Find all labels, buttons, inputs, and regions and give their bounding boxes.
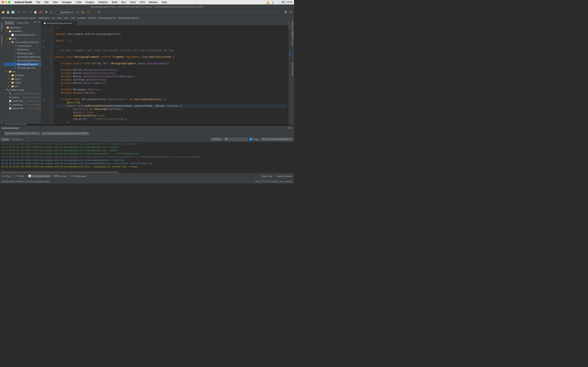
menu-view[interactable]: View [52,1,59,4]
menu-file[interactable]: File [35,1,41,4]
breadcrumb-java[interactable]: java [64,17,68,19]
sidebar-tab-project-files[interactable]: Project Files [15,20,31,25]
show-only-selected-app-button[interactable]: Show only selected application ▾ [260,137,293,141]
run-panel-button[interactable]: ▶ 4: Run [1,174,12,178]
coverage-button[interactable]: 🛡 [86,10,90,15]
regex-checkbox-input[interactable] [250,138,252,141]
sidebar-tab-android[interactable]: Android [4,20,15,25]
run-config-dropdown[interactable]: 📱 Application ▾ [56,10,74,15]
menu-window[interactable]: Window [148,1,158,4]
breadcrumb-main[interactable]: main [57,17,62,19]
tree-gradle-scripts[interactable]: ▾ 🔧 Gradle Scripts [4,88,41,92]
tree-values[interactable]: ▸ 📁 values [4,81,41,84]
breadcrumb-current[interactable]: MessagingFragment [118,17,139,19]
settings-button[interactable]: ⚙ [289,10,293,15]
toolbar-open[interactable]: 📁 [1,10,5,15]
menu-edit[interactable]: Edit [43,1,49,4]
android-monitor-panel-button[interactable]: 📊 6: Android Monitor [27,174,51,178]
vertical-scrollbar[interactable] [289,25,290,125]
tree-messagingservice[interactable]: ▸ C MessagingService [4,66,41,70]
tree-application[interactable]: ▾ 📁 Application [4,26,41,29]
breakpoint-icon[interactable]: ● [42,104,45,108]
logcat-tab[interactable]: logcat [1,138,10,141]
tree-conversations[interactable]: ▸ C Conversations [4,44,41,48]
breadcrumb-module[interactable]: Application [38,17,49,19]
menu-tools[interactable]: Tools [129,1,136,4]
structure-panel-tab[interactable]: 2: Favorites [0,33,3,47]
tree-build-gradle-module[interactable]: ▸ 🔧 build.gradle (Module: Application) [4,95,41,99]
fold-icon[interactable]: ⊕ [42,39,45,42]
build-variants-tab[interactable]: Build Variants [291,38,294,41]
process-dropdown[interactable]: com.example.android.messagingservice (27… [41,132,89,135]
tree-res[interactable]: ▾ 📂 res [4,70,41,73]
gradle-sync-button[interactable]: ⚙ [97,10,102,15]
close-button[interactable] [2,1,4,3]
terminal-panel-button[interactable]: ⌨ Terminal [53,174,68,178]
app-name[interactable]: Android Studio [14,1,33,4]
tree-package[interactable]: ▾ 📦 com.example.android.messagingservice [4,40,41,44]
breadcrumb-root[interactable]: android-MessagingService-master [2,17,36,19]
captures-tab[interactable]: Captures [291,29,294,33]
menu-code[interactable]: Code [75,1,82,4]
project-panel-tab[interactable]: 1: Project [0,21,3,33]
sidebar-collapse-icon[interactable]: ≡ [38,21,39,25]
breadcrumb-messagingservice[interactable]: messagingservice [98,17,116,19]
menu-run[interactable]: Run [121,1,127,4]
messages-panel-button[interactable]: ✉ 0: Messages [70,174,87,178]
code-content[interactable]: /…/ package com.example.android.messagin… [54,25,289,125]
tree-layout[interactable]: ▸ 📁 layout [4,77,41,81]
editor-tab-messagingfragment[interactable]: ☕ MessagingFragment.java ✕ [42,21,77,25]
tree-java[interactable]: ▾ 📂 java [4,37,41,40]
monitors-tab[interactable]: Monitors ▸ [10,138,24,141]
android-model-tab[interactable]: Android Model [291,61,294,77]
toolbar-save[interactable]: 💾 [6,10,10,15]
minimize-button[interactable] [5,1,7,3]
tree-gradle-wrapper[interactable]: ▸ 📋 gradle-wrapper.properties (Gradle Ve… [4,99,41,103]
close-tab-button[interactable]: ✕ [73,22,75,24]
fold-icon[interactable]: ⊕ [42,46,45,49]
event-log-button[interactable]: Event Log [261,175,273,178]
tree-messagereplyreceiver[interactable]: ▸ C MessageReplyReceiver [4,59,41,62]
tree-settings-gradle[interactable]: ▸ 🔧 settings.gradle (Project Settings) [4,103,41,106]
log-level-dropdown[interactable]: Verbose ▾ [210,137,223,141]
sidebar-gear-icon[interactable]: ⚙ [34,21,36,25]
fold-icon[interactable]: ⊕ [42,98,45,101]
toolbar-paste[interactable]: 📌 [38,10,43,15]
menu-navigate[interactable]: Navigate [61,1,72,4]
log-scrollbar[interactable] [0,171,294,173]
panel-close-icon[interactable]: ✕ [291,127,292,129]
menu-help[interactable]: Help [161,1,168,4]
notification-icon[interactable]: 🔔 [266,1,270,4]
tree-manifests[interactable]: ▾ 📂 manifests [4,29,41,33]
tree-build-gradle-project[interactable]: ▸ 🔧 build.gradle (Project: android-Messa… [4,92,41,95]
tree-drawable[interactable]: ▸ 📁 drawable [4,73,41,77]
debug-button[interactable]: 🐛 [81,10,86,15]
stop-button[interactable]: ■ [91,10,95,15]
search-everywhere-button[interactable]: 🔍 [284,10,288,15]
tree-mainactivity[interactable]: ▸ C MainActivity [4,48,41,51]
toolbar-replace[interactable]: ⇄ [49,10,54,15]
breadcrumb-com[interactable]: com [71,17,75,19]
tree-androidmanifest[interactable]: ▸ 📄 AndroidManifest.xml [4,33,41,37]
gradle-console-button[interactable]: Gradle Console [275,175,293,178]
breadcrumb-example[interactable]: example [77,17,86,19]
tree-local-properties[interactable]: ▸ 📋 local.properties (SDK Location) [4,106,41,110]
toolbar-undo[interactable]: ↩ [17,10,21,15]
menu-analyze[interactable]: Analyze [85,1,95,4]
breadcrumb-src[interactable]: src [52,17,55,19]
tree-messagingfragment[interactable]: ▸ C MessagingFragment [4,62,41,66]
toolbar-copy[interactable]: 📋 [33,10,38,15]
device-dropdown[interactable]: Xiaomi MI 3W Android 6.0.1, API 23 ▾ [4,132,40,135]
structure-tab[interactable]: Structure [291,21,294,25]
tree-messagelogger[interactable]: ▸ C MessageLogger [4,51,41,55]
run-button[interactable]: ▶ [76,10,81,15]
sidebar-sync-icon[interactable]: ↕ [36,21,37,25]
sidebar-more-icon[interactable]: ▸ [39,21,40,25]
toolbar-find[interactable]: 🔍 [44,10,49,15]
toolbar-sync[interactable]: 🔄 [11,10,15,15]
regex-checkbox[interactable]: Regex [250,138,259,141]
breadcrumb-android[interactable]: android [88,17,96,19]
send-icon[interactable]: 📡 [271,1,275,4]
menu-vcs[interactable]: VCS [139,1,146,4]
menu-build[interactable]: Build [111,1,118,4]
